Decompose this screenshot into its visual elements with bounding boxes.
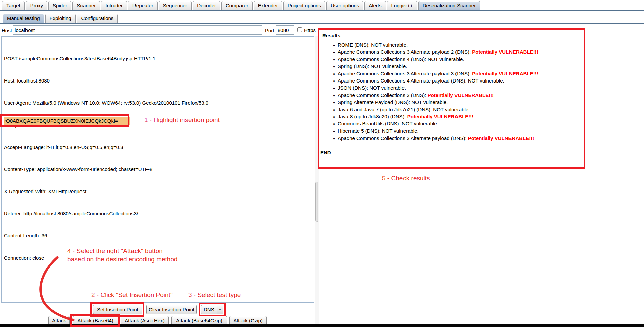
tab-spider[interactable]: Spider: [48, 1, 71, 10]
host-label: Host:: [2, 28, 13, 33]
tab-decoder[interactable]: Decoder: [193, 1, 220, 10]
annotation-box-insertion-point: [0, 114, 129, 127]
host-input[interactable]: [13, 25, 262, 35]
attack-ascii-hex-button[interactable]: Attack (Ascii Hex): [121, 316, 169, 325]
annotation-5: 5 - Check results: [382, 175, 430, 182]
tab-exploiting[interactable]: Exploiting: [45, 14, 76, 23]
request-line: X-Requested-With: XMLHttpRequest: [4, 188, 208, 195]
sub-tab-bar: Manual testing Exploiting Configurations: [0, 13, 644, 24]
attack-gzip-button[interactable]: Attack (Gzip): [229, 316, 267, 325]
tab-user-options[interactable]: User options: [326, 1, 363, 10]
request-line: Host: localhost:8080: [4, 77, 208, 85]
tab-sequencer[interactable]: Sequencer: [159, 1, 192, 10]
annotation-1: 1 - Highlight insertion point: [144, 116, 220, 124]
tab-proxy[interactable]: Proxy: [26, 1, 47, 10]
tab-scanner[interactable]: Scanner: [72, 1, 100, 10]
main-tab-bar: Target Proxy Spider Scanner Intruder Rep…: [0, 0, 644, 11]
request-line: Referer: http://localhost:8080/sampleCom…: [4, 210, 208, 217]
request-line: Accept-Language: it-IT,it;q=0.8,en-US;q=…: [4, 144, 208, 151]
port-label: Port:: [265, 28, 276, 33]
annotation-box-attack-base64: [70, 314, 120, 327]
tab-comparer[interactable]: Comparer: [221, 1, 253, 10]
request-line: Content-Length: 36: [4, 232, 208, 239]
tab-deserialization-scanner[interactable]: Deserialization Scanner: [418, 1, 480, 10]
attack-base64gzip-button[interactable]: Attack (Base64Gzip): [171, 316, 227, 325]
annotation-4-line2: based on the desired encoding method: [67, 256, 178, 263]
annotation-3: 3 - Select test type: [188, 291, 241, 299]
deserialization-scanner-window: Target Proxy Spider Scanner Intruder Rep…: [0, 0, 644, 327]
tab-repeater[interactable]: Repeater: [128, 1, 158, 10]
request-text: POST /sampleCommonsCollections3/testBase…: [4, 40, 208, 276]
tab-extender[interactable]: Extender: [254, 1, 282, 10]
request-line: Content-Type: application/x-www-form-url…: [4, 166, 208, 173]
tab-logger[interactable]: Logger++: [387, 1, 417, 10]
annotation-2: 2 - Click "Set Insertion Point": [91, 291, 173, 299]
tab-intruder[interactable]: Intruder: [101, 1, 127, 10]
tab-target[interactable]: Target: [2, 1, 25, 10]
annotation-box-results: [318, 28, 585, 169]
clear-insertion-point-button[interactable]: Clear Insertion Point: [146, 305, 197, 314]
tab-project-options[interactable]: Project options: [283, 1, 325, 10]
https-checkbox[interactable]: [297, 27, 302, 32]
tab-manual-testing[interactable]: Manual testing: [3, 14, 44, 23]
request-line: User-Agent: Mozilla/5.0 (Windows NT 10.0…: [4, 99, 208, 107]
request-line: POST /sampleCommonsCollections3/testBase…: [4, 55, 208, 62]
https-label: Https: [304, 27, 316, 33]
annotation-4-line1: 4 - Select the right "Attack" button: [67, 247, 163, 255]
tab-alerts[interactable]: Alerts: [364, 1, 386, 10]
annotation-box-test-type: [199, 303, 226, 316]
port-input[interactable]: [276, 25, 294, 35]
request-scrollbar-thumb[interactable]: [315, 182, 318, 222]
tab-configurations[interactable]: Configurations: [77, 14, 118, 23]
